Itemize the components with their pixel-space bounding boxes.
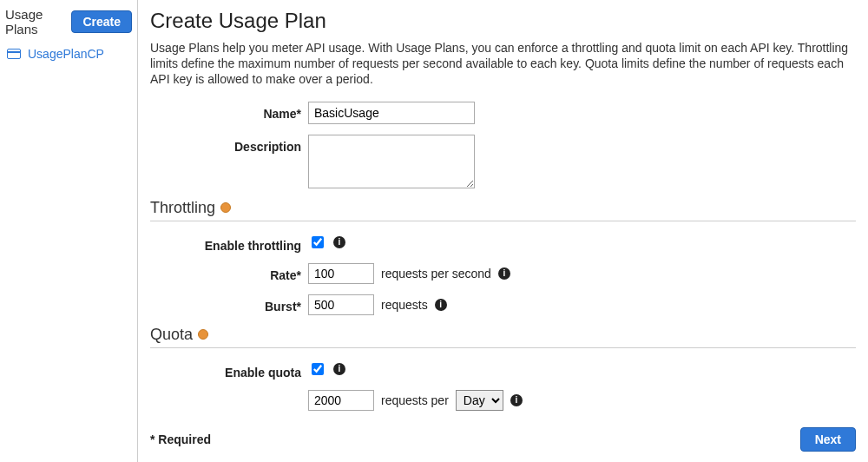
quota-title: Quota bbox=[150, 326, 193, 344]
quota-period-select[interactable]: Day bbox=[456, 390, 503, 411]
sidebar-title: Usage Plans bbox=[5, 7, 71, 36]
enable-throttling-checkbox[interactable] bbox=[312, 236, 324, 248]
sidebar-item-label: UsagePlanCP bbox=[28, 47, 104, 61]
burst-label: Burst* bbox=[150, 294, 308, 314]
burst-suffix: requests bbox=[381, 298, 428, 312]
info-icon[interactable] bbox=[333, 236, 345, 248]
gear-icon[interactable] bbox=[198, 329, 208, 340]
burst-field[interactable] bbox=[308, 294, 374, 315]
rate-label: Rate* bbox=[150, 263, 308, 282]
footer: * Required Next bbox=[150, 427, 856, 452]
quota-suffix: requests per bbox=[381, 393, 449, 407]
rate-field[interactable] bbox=[308, 263, 374, 284]
page-intro: Usage Plans help you meter API usage. Wi… bbox=[150, 40, 856, 88]
svg-rect-0 bbox=[8, 50, 21, 59]
name-label: Name* bbox=[150, 102, 308, 121]
quota-value-field[interactable] bbox=[308, 390, 374, 411]
description-label: Description bbox=[150, 135, 308, 154]
info-icon[interactable] bbox=[333, 363, 345, 375]
card-icon bbox=[7, 49, 21, 59]
rate-suffix: requests per second bbox=[381, 267, 491, 280]
next-button[interactable]: Next bbox=[800, 427, 856, 452]
name-field[interactable] bbox=[308, 102, 475, 124]
sidebar-item-usageplancp[interactable]: UsagePlanCP bbox=[5, 43, 132, 64]
throttling-section-head: Throttling bbox=[150, 199, 856, 221]
info-icon[interactable] bbox=[498, 267, 510, 280]
quota-section-head: Quota bbox=[150, 326, 856, 348]
enable-quota-checkbox[interactable] bbox=[312, 363, 324, 375]
enable-quota-label: Enable quota bbox=[150, 360, 308, 380]
description-field[interactable] bbox=[308, 135, 475, 188]
gear-icon[interactable] bbox=[220, 202, 231, 213]
sidebar-header: Usage Plans Create bbox=[5, 5, 132, 43]
page-title: Create Usage Plan bbox=[150, 9, 856, 33]
info-icon[interactable] bbox=[435, 299, 447, 311]
enable-throttling-label: Enable throttling bbox=[150, 234, 308, 253]
required-note: * Required bbox=[150, 432, 211, 446]
main-panel: Create Usage Plan Usage Plans help you m… bbox=[138, 0, 868, 462]
svg-rect-1 bbox=[8, 51, 21, 53]
info-icon[interactable] bbox=[510, 394, 523, 406]
throttling-title: Throttling bbox=[150, 199, 215, 217]
quota-empty-label bbox=[150, 390, 308, 395]
create-button[interactable]: Create bbox=[71, 10, 132, 33]
sidebar: Usage Plans Create UsagePlanCP bbox=[0, 0, 138, 462]
